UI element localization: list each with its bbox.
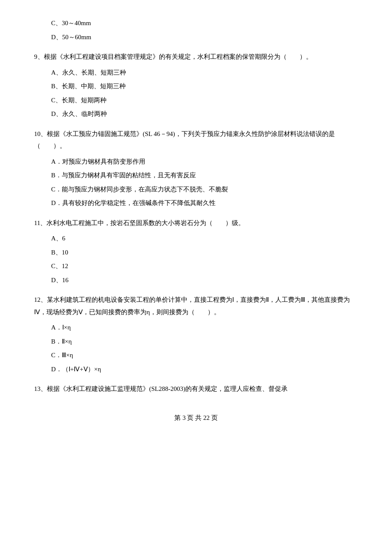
- option-q10-2: C．能与预应力钢材同步变形，在高应力状态下不脱壳、不脆裂: [51, 183, 358, 196]
- option-q11-0: A、6: [51, 232, 358, 245]
- question-q9: 9、根据《水利工程建设项目档案管理规定》的有关规定，水利工程档案的保管期限分为（…: [34, 51, 358, 120]
- question-text-q10: 10、根据《水工预应力锚固施工规范》(SL 46－94)，下列关于预应力锚束永久…: [34, 128, 358, 152]
- option-q11-2: C、12: [51, 260, 358, 272]
- question-q13: 13、根据《水利工程建设施工监理规范》(SL288-2003)的有关规定，监理人…: [34, 383, 358, 395]
- option-q9-3: D、永久、临时两种: [51, 108, 358, 120]
- questions-container: 9、根据《水利工程建设项目档案管理规定》的有关规定，水利工程档案的保管期限分为（…: [34, 51, 358, 395]
- option-q10-0: A．对预应力钢材具有防变形作用: [51, 156, 358, 168]
- question-text-q13: 13、根据《水利工程建设施工监理规范》(SL288-2003)的有关规定，监理人…: [34, 383, 358, 395]
- option-q12-1: B．Ⅱ×η: [51, 335, 358, 348]
- option-q12-3: D．（Ⅰ+Ⅳ+Ⅴ）×η: [51, 363, 358, 376]
- question-q12: 12、某水利建筑工程的机电设备安装工程的单价计算中，直接工程费为Ⅰ，直接费为Ⅱ，…: [34, 294, 358, 375]
- question-text-q9: 9、根据《水利工程建设项目档案管理规定》的有关规定，水利工程档案的保管期限分为（…: [34, 51, 358, 63]
- option-q9-2: C、长期、短期两种: [51, 94, 358, 107]
- option-q10-1: B．与预应力钢材具有牢固的粘结性，且无有害反应: [51, 169, 358, 182]
- question-q11: 11、水利水电工程施工中，按岩石坚固系数的大小将岩石分为（ ）级。A、6B、10…: [34, 217, 358, 286]
- page-footer: 第 3 页 共 22 页: [34, 412, 358, 424]
- question-text-q12: 12、某水利建筑工程的机电设备安装工程的单价计算中，直接工程费为Ⅰ，直接费为Ⅱ，…: [34, 294, 358, 318]
- question-q10: 10、根据《水工预应力锚固施工规范》(SL 46－94)，下列关于预应力锚束永久…: [34, 128, 358, 209]
- option-q12-0: A．Ⅰ×η: [51, 321, 358, 334]
- option-q11-1: B、10: [51, 246, 358, 259]
- option-q10-3: D．具有较好的化学稳定性，在强碱条件下不降低其耐久性: [51, 197, 358, 209]
- top-option-d: D、50～60mm: [51, 31, 358, 43]
- option-q12-2: C．Ⅲ×η: [51, 349, 358, 361]
- option-q9-1: B、长期、中期、短期三种: [51, 80, 358, 92]
- question-text-q11: 11、水利水电工程施工中，按岩石坚固系数的大小将岩石分为（ ）级。: [34, 217, 358, 229]
- option-q9-0: A、永久、长期、短期三种: [51, 66, 358, 79]
- option-q11-3: D、16: [51, 274, 358, 286]
- top-options-block: C、30～40mm D、50～60mm: [34, 17, 358, 43]
- top-option-c: C、30～40mm: [51, 17, 358, 29]
